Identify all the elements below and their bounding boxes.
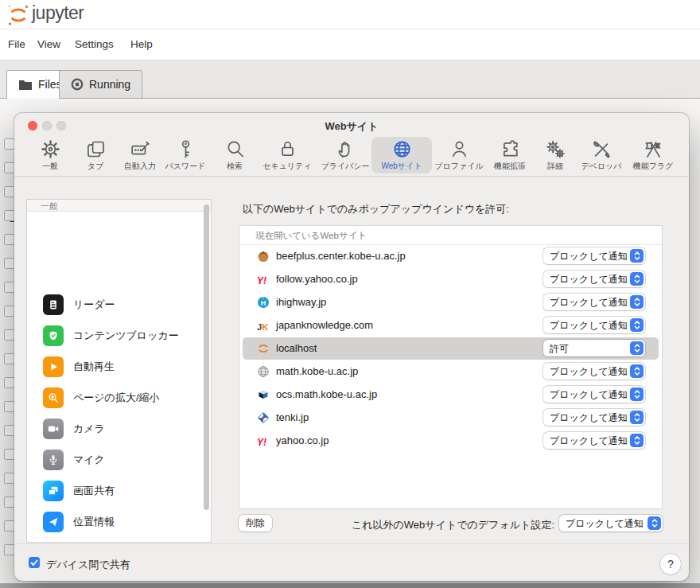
- file-list-checkbox[interactable]: [4, 377, 15, 388]
- table-row[interactable]: beefplus.center.kobe-u.ac.jp ブロックして通知: [239, 245, 662, 268]
- menu-file[interactable]: File: [8, 38, 25, 50]
- jk-favicon: JK: [257, 319, 270, 332]
- toolbar-item-search[interactable]: 検索: [204, 137, 265, 173]
- table-row[interactable]: H ihighway.jp ブロックして通知: [239, 291, 662, 314]
- site-setting-value: ブロックして通知: [550, 434, 628, 448]
- file-list-checkbox[interactable]: [4, 425, 15, 436]
- toolbar-divider: [14, 176, 689, 177]
- sidebar-scrollbar[interactable]: [204, 204, 209, 510]
- file-list-checkbox[interactable]: [4, 186, 15, 197]
- site-setting-dropdown[interactable]: ブロックして通知: [543, 409, 645, 426]
- help-button[interactable]: ?: [660, 554, 681, 574]
- table-row[interactable]: localhost 許可: [239, 337, 662, 360]
- table-row[interactable]: math.kobe-u.ac.jp ブロックして通知: [239, 360, 662, 384]
- site-setting-dropdown[interactable]: ブロックして通知: [543, 363, 645, 380]
- site-setting-value: ブロックして通知: [550, 365, 628, 379]
- share-across-devices-label: デバイス間で共有: [46, 558, 130, 572]
- dialog-title: Webサイト: [14, 119, 689, 134]
- file-list-checkbox[interactable]: [4, 258, 15, 269]
- file-list-checkbox[interactable]: [4, 329, 15, 341]
- sidebar-section-header: 一般: [27, 200, 211, 212]
- site-setting-dropdown[interactable]: ブロックして通知: [543, 317, 645, 333]
- site-setting-value: ブロックして通知: [550, 250, 628, 263]
- site-setting-value: ブロックして通知: [550, 319, 628, 333]
- puzzle-icon: [500, 138, 521, 160]
- lock-icon: [277, 138, 298, 160]
- gears-icon: [545, 138, 566, 160]
- table-row[interactable]: ocs.math.kobe-u.ac.jp ブロックして通知: [239, 384, 662, 407]
- dropdown-stepper-icon: [630, 364, 644, 378]
- menu-view[interactable]: View: [37, 38, 60, 50]
- page-bottom-strip: [0, 583, 700, 588]
- jupyter-tabbar: FilesRunning: [0, 60, 700, 99]
- site-setting-dropdown[interactable]: 許可: [543, 340, 645, 356]
- site-domain: ocs.math.kobe-u.ac.jp: [276, 388, 377, 400]
- file-list-checkbox[interactable]: [4, 210, 15, 221]
- sidebar-item-downloads[interactable]: ダウンロード: [27, 537, 211, 543]
- share-across-devices-checkbox[interactable]: [29, 557, 40, 568]
- autofill-icon: [130, 138, 151, 160]
- menu-settings[interactable]: Settings: [75, 38, 114, 50]
- dropdown-stepper-icon: [630, 295, 644, 309]
- jupyter-tab-running[interactable]: Running: [59, 70, 142, 99]
- file-list-checkbox[interactable]: [4, 282, 15, 293]
- table-row[interactable]: JK japanknowledge.com ブロックして通知: [239, 314, 662, 337]
- file-list-checkbox[interactable]: [4, 162, 15, 173]
- folder-icon: [18, 79, 33, 91]
- file-list-checkbox[interactable]: [4, 496, 15, 508]
- site-domain: beefplus.center.kobe-u.ac.jp: [276, 250, 406, 262]
- table-header: 現在開いているWebサイト: [239, 226, 662, 245]
- sidebar-item-microphone[interactable]: マイク: [27, 444, 211, 475]
- site-setting-value: 許可: [550, 342, 569, 356]
- default-setting-label: これ以外のWebサイトでのデフォルト設定:: [0, 518, 554, 532]
- sidebar-item-screen-sharing[interactable]: 画面共有: [27, 475, 211, 506]
- hand-icon: [335, 138, 356, 160]
- site-setting-dropdown[interactable]: ブロックして通知: [543, 247, 645, 264]
- sidebar-item-reader[interactable]: リーダー: [27, 289, 211, 320]
- file-list-checkbox[interactable]: [4, 234, 15, 245]
- site-setting-dropdown[interactable]: ブロックして通知: [543, 271, 645, 287]
- file-list-checkbox[interactable]: [4, 544, 15, 555]
- footer-divider: [14, 543, 689, 544]
- yahoo-favicon: Y!: [257, 273, 270, 286]
- sidebar-item-content-blocker[interactable]: コンテンツブロッカー: [27, 320, 211, 351]
- jupyter-menubar: FileViewSettingsHelp: [0, 29, 700, 60]
- dropdown-stepper-icon: [630, 272, 644, 286]
- svg-text:H: H: [261, 299, 266, 307]
- default-setting-dropdown[interactable]: ブロックして通知: [559, 515, 663, 532]
- site-setting-dropdown[interactable]: ブロックして通知: [543, 294, 645, 310]
- key-icon: [175, 138, 196, 160]
- toolbar-item-lock[interactable]: セキュリティ: [257, 137, 317, 173]
- screen: jupyter FileViewSettingsHelp FilesRunnin…: [0, 0, 700, 588]
- dropdown-stepper-icon: [630, 411, 644, 424]
- sidebar-item-camera[interactable]: カメラ: [27, 413, 211, 444]
- table-row[interactable]: tenki.jp ブロックして通知: [239, 407, 662, 430]
- tenki-favicon: [257, 411, 270, 424]
- table-row[interactable]: Y! follow.yahoo.co.jp ブロックして通知: [239, 268, 662, 291]
- site-setting-value: ブロックして通知: [550, 388, 628, 402]
- file-list-checkbox[interactable]: [4, 306, 15, 317]
- downloads-icon: [43, 543, 64, 543]
- file-list-checkbox[interactable]: [4, 138, 15, 150]
- sidebar-item-page-zoom[interactable]: ページの拡大/縮小: [27, 382, 211, 413]
- site-domain: yahoo.co.jp: [276, 434, 329, 446]
- file-list-checkbox[interactable]: [4, 401, 15, 412]
- sidebar-item-autoplay[interactable]: 自動再生: [27, 351, 211, 382]
- globe-icon: [391, 138, 413, 160]
- person-icon: [449, 138, 470, 160]
- site-setting-dropdown[interactable]: ブロックして通知: [543, 432, 645, 449]
- toolbar-item-globe[interactable]: Webサイト: [371, 137, 432, 173]
- site-setting-value: ブロックして通知: [550, 273, 628, 286]
- site-setting-dropdown[interactable]: ブロックして通知: [543, 386, 645, 403]
- file-list-checkbox[interactable]: [4, 353, 15, 364]
- menu-help[interactable]: Help: [130, 38, 153, 50]
- toolbar-item-hand[interactable]: プライバシー: [315, 137, 375, 173]
- chestnut-favicon: [257, 250, 270, 263]
- file-list-checkbox[interactable]: [4, 473, 15, 484]
- toolbar-item-flags[interactable]: 機能フラグ: [623, 137, 683, 173]
- running-icon: [71, 78, 84, 91]
- table-row[interactable]: Y! yahoo.co.jp ブロックして通知: [239, 430, 662, 453]
- file-list-checkbox[interactable]: [4, 449, 15, 460]
- site-setting-value: ブロックして通知: [550, 411, 628, 425]
- screen-sharing-icon: [43, 481, 64, 501]
